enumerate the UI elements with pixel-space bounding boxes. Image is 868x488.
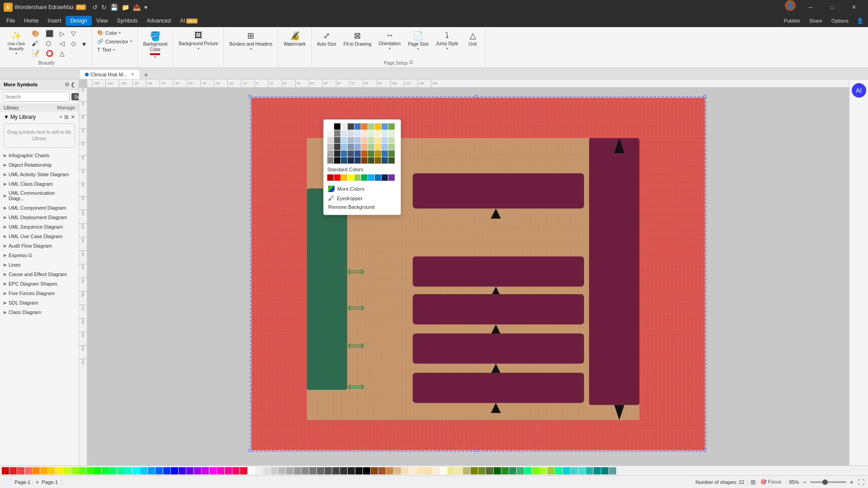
style-btn-3[interactable]: 📝 bbox=[29, 49, 42, 58]
color-cell[interactable] bbox=[375, 157, 381, 164]
redo-button[interactable]: ↻ bbox=[99, 3, 108, 12]
color-bar-swatch[interactable] bbox=[248, 467, 255, 474]
color-bar-swatch[interactable] bbox=[440, 467, 447, 474]
color-cell[interactable] bbox=[334, 123, 340, 130]
color-bar-swatch[interactable] bbox=[94, 467, 101, 474]
color-bar-swatch[interactable] bbox=[332, 467, 340, 474]
color-cell[interactable] bbox=[368, 123, 374, 130]
color-bar-swatch[interactable] bbox=[17, 467, 24, 474]
color-cell[interactable] bbox=[361, 123, 368, 130]
sidebar-item-five-forces[interactable]: ▶ Five Forces Diagram ✕ bbox=[0, 288, 79, 298]
beautify-row-btn-3[interactable]: ⭕ bbox=[43, 49, 56, 58]
color-bar-swatch[interactable] bbox=[463, 467, 470, 474]
sidebar-item-uml-deployment[interactable]: ▶ UML Deployment Diagram ✕ bbox=[0, 212, 79, 222]
background-color-button[interactable]: 🪣 BackgroundColor ▾ bbox=[141, 29, 170, 66]
color-cell[interactable] bbox=[382, 137, 388, 143]
color-bar-swatch[interactable] bbox=[540, 467, 547, 474]
library-manage-button[interactable]: Manage bbox=[57, 105, 75, 110]
color-bar-swatch[interactable] bbox=[171, 467, 178, 474]
color-cell[interactable] bbox=[354, 137, 361, 143]
color-bar-swatch[interactable] bbox=[355, 467, 363, 474]
color-cell[interactable] bbox=[348, 123, 354, 130]
color-cell[interactable] bbox=[348, 157, 354, 164]
color-bar-swatch[interactable] bbox=[79, 467, 86, 474]
more-button[interactable]: ▾ bbox=[142, 3, 149, 12]
color-bar-swatch[interactable] bbox=[40, 467, 47, 474]
fit-button[interactable]: ⊞ bbox=[750, 479, 756, 486]
color-cell[interactable] bbox=[334, 144, 340, 150]
color-cell[interactable] bbox=[375, 137, 381, 143]
sidebar-settings-button[interactable]: ⚙ bbox=[65, 81, 70, 88]
beautify-col-btn-3[interactable]: △ bbox=[57, 49, 67, 58]
color-bar-swatch[interactable] bbox=[417, 467, 424, 474]
color-bar-swatch[interactable] bbox=[71, 467, 78, 474]
color-cell[interactable] bbox=[368, 144, 374, 150]
color-bar-swatch[interactable] bbox=[278, 467, 286, 474]
color-cell[interactable] bbox=[327, 137, 334, 143]
color-bar-swatch[interactable] bbox=[547, 467, 555, 474]
publish-button[interactable]: Publish bbox=[780, 17, 804, 25]
one-click-beautify-button[interactable]: ✨ One ClickBeautify ▾ bbox=[5, 29, 28, 57]
beautify-extra-2[interactable]: ◇ bbox=[68, 39, 79, 48]
tab-clinical[interactable]: Clinical Risk M... ✕ bbox=[79, 69, 140, 79]
color-cell[interactable] bbox=[382, 157, 388, 164]
user-menu[interactable]: 👤 bbox=[854, 18, 866, 24]
maximize-button[interactable]: □ bbox=[822, 0, 843, 14]
color-bar-swatch[interactable] bbox=[601, 467, 609, 474]
my-library-add-button[interactable]: + bbox=[59, 114, 62, 120]
color-bar-swatch[interactable] bbox=[432, 467, 439, 474]
color-bar-swatch[interactable] bbox=[56, 467, 63, 474]
color-bar-swatch[interactable] bbox=[209, 467, 217, 474]
search-input[interactable] bbox=[3, 92, 70, 102]
color-bar-swatch[interactable] bbox=[348, 467, 355, 474]
menu-item-symbols[interactable]: Symbols bbox=[113, 16, 142, 26]
color-bar-swatch[interactable] bbox=[86, 467, 94, 474]
sidebar-item-uml-activity[interactable]: ▶ UML Activity State Diagram ✕ bbox=[0, 169, 79, 179]
color-bar-swatch[interactable] bbox=[609, 467, 616, 474]
page-setup-expand[interactable]: ⊡ bbox=[409, 60, 413, 65]
zoom-slider[interactable] bbox=[810, 481, 846, 483]
color-cell[interactable] bbox=[382, 144, 388, 150]
color-bar-swatch[interactable] bbox=[340, 467, 347, 474]
color-bar-swatch[interactable] bbox=[586, 467, 593, 474]
watermark-button[interactable]: 🔏 Watermark bbox=[281, 29, 308, 49]
color-bar-swatch[interactable] bbox=[555, 467, 562, 474]
color-cell[interactable] bbox=[388, 157, 395, 164]
color-cell[interactable] bbox=[388, 130, 395, 136]
color-cell[interactable] bbox=[354, 123, 361, 130]
add-page-button[interactable]: + bbox=[35, 479, 39, 486]
color-cell[interactable] bbox=[348, 144, 354, 150]
color-bar-swatch[interactable] bbox=[163, 467, 170, 474]
more-beautify-btn[interactable]: ▾ bbox=[80, 39, 89, 49]
color-cell[interactable] bbox=[361, 144, 368, 150]
color-bar-swatch[interactable] bbox=[448, 467, 455, 474]
color-cell[interactable] bbox=[375, 123, 381, 130]
sidebar-item-object-relationship[interactable]: ▶ Object Relationship ✕ bbox=[0, 160, 79, 169]
zoom-in-button[interactable]: + bbox=[848, 478, 855, 486]
color-bar-swatch[interactable] bbox=[240, 467, 247, 474]
menu-item-view[interactable]: View bbox=[92, 16, 113, 26]
beautify-row-btn-1[interactable]: ⬛ bbox=[43, 29, 56, 38]
color-bar-swatch[interactable] bbox=[225, 467, 232, 474]
color-bar-swatch[interactable] bbox=[179, 467, 186, 474]
standard-color-cell[interactable] bbox=[334, 174, 340, 181]
focus-button[interactable]: 🎯 Focus bbox=[759, 478, 783, 486]
color-cell[interactable] bbox=[327, 123, 334, 130]
sidebar-item-lines[interactable]: ▶ Lines ✕ bbox=[0, 260, 79, 269]
canvas-area[interactable]: -190 -110 -100 -90 -80 -70 -60 -50 -40 -… bbox=[79, 80, 849, 465]
color-cell[interactable] bbox=[327, 157, 334, 164]
color-cell[interactable] bbox=[361, 150, 368, 157]
ai-assistant-button[interactable]: AI bbox=[852, 83, 866, 98]
color-bar-swatch[interactable] bbox=[156, 467, 163, 474]
color-bar-swatch[interactable] bbox=[309, 467, 316, 474]
color-bar-swatch[interactable] bbox=[563, 467, 570, 474]
menu-item-advanced[interactable]: Advanced bbox=[142, 16, 175, 26]
standard-color-cell[interactable] bbox=[348, 174, 354, 181]
connector-dropdown-button[interactable]: 🔗 Connector ▾ bbox=[94, 38, 135, 45]
menu-item-home[interactable]: Home bbox=[19, 16, 43, 26]
my-library-manage-button[interactable]: ⊞ bbox=[64, 114, 69, 120]
color-bar-swatch[interactable] bbox=[125, 467, 132, 474]
menu-item-ai[interactable]: AI NEW bbox=[175, 16, 202, 26]
borders-headers-button[interactable]: ⊞ Borders and Headers ▾ bbox=[226, 29, 275, 53]
color-bar-swatch[interactable] bbox=[317, 467, 324, 474]
